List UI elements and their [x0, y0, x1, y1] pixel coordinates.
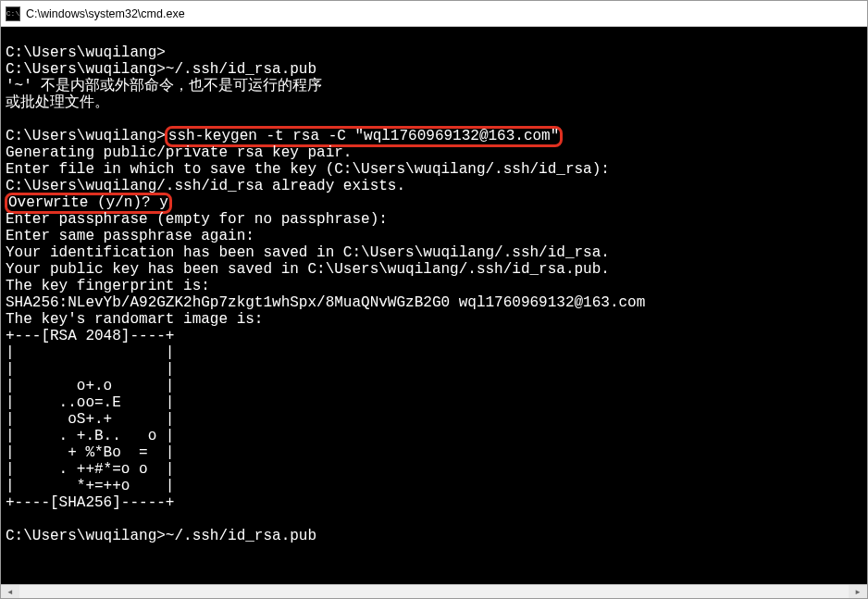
randomart-line: | |	[6, 361, 174, 378]
scroll-track[interactable]	[19, 585, 849, 598]
randomart-line: | . +.B.. o |	[6, 428, 174, 444]
randomart-line: | *+=++o |	[6, 478, 174, 494]
console-line: Your public key has been saved in C:\Use…	[6, 261, 610, 278]
scroll-left-button[interactable]: ◄	[1, 585, 19, 598]
console-line: The key's randomart image is:	[6, 311, 263, 328]
randomart-line: | + %*Bo = |	[6, 444, 174, 461]
randomart-line: +----[SHA256]-----+	[6, 494, 174, 511]
console-line: Overwrite (y/n)? y	[6, 194, 171, 211]
horizontal-scrollbar[interactable]: ◄ ►	[1, 584, 867, 598]
console-line: The key fingerprint is:	[6, 278, 210, 294]
console-line: C:\Users\wuqilang>~/.ssh/id_rsa.pub	[6, 528, 316, 544]
randomart-line: | . ++#*=o o |	[6, 461, 174, 478]
console-line: C:\Users\wuqilang>ssh-keygen -t rsa -C "…	[6, 128, 562, 144]
window-title: C:\windows\system32\cmd.exe	[26, 7, 185, 20]
scroll-right-button[interactable]: ►	[849, 585, 867, 598]
cmd-icon: C:\	[6, 6, 20, 21]
console-line: Your identification has been saved in C:…	[6, 244, 610, 261]
titlebar[interactable]: C:\ C:\windows\system32\cmd.exe	[1, 1, 867, 27]
randomart-line: | oS+.+ |	[6, 411, 174, 428]
console-line: Generating public/private rsa key pair.	[6, 144, 352, 161]
randomart-line: | o+.o |	[6, 378, 174, 394]
cmd-icon-label: C:\	[6, 9, 19, 18]
prompt: C:\Users\wuqilang>	[6, 128, 166, 144]
console-line: SHA256:NLevYb/A92GZK2hGp7zkgt1whSpx/8Mua…	[6, 294, 645, 311]
console-line: C:\Users\wuqilang>~/.ssh/id_rsa.pub	[6, 61, 316, 78]
randomart-line: | ..oo=.E |	[6, 394, 174, 411]
console-line: Enter file in which to save the key (C:\…	[6, 161, 610, 178]
console-output[interactable]: C:\Users\wuqilang> C:\Users\wuqilang>~/.…	[1, 27, 867, 584]
randomart-line: +---[RSA 2048]----+	[6, 328, 174, 344]
randomart-line: | |	[6, 344, 174, 361]
console-line: C:\Users\wuqilang>	[6, 44, 166, 61]
console-line: 或批处理文件。	[6, 94, 109, 111]
console-line: Enter passphrase (empty for no passphras…	[6, 211, 388, 228]
cmd-window: C:\ C:\windows\system32\cmd.exe C:\Users…	[0, 0, 868, 599]
console-line: Enter same passphrase again:	[6, 228, 254, 244]
console-line: '~' 不是内部或外部命令，也不是可运行的程序	[6, 78, 322, 94]
